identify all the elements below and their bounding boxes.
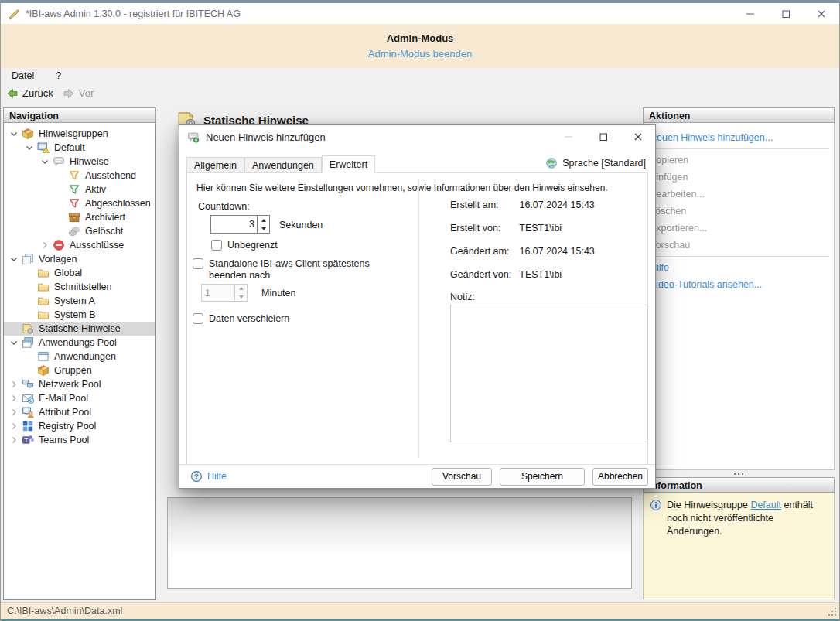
chevron-down-icon[interactable] (8, 336, 20, 349)
cancel-button[interactable]: Abbrechen (592, 468, 648, 486)
tab-allgemein[interactable]: Allgemein (186, 157, 244, 172)
chevron-right-icon[interactable] (39, 239, 51, 251)
panel-splitter[interactable] (643, 470, 835, 477)
minutes-unit-label: Minuten (261, 288, 295, 299)
tree-item-abgeschlossen[interactable]: Abgeschlossen (4, 196, 155, 210)
dialog-help-link[interactable]: Hilfe (190, 470, 227, 483)
dialog-footer: Hilfe Vorschau Speichern Abbrechen (179, 464, 655, 488)
language-selector[interactable]: Sprache [Standard] (545, 157, 646, 169)
tree-item-archiviert[interactable]: Archiviert (4, 210, 155, 224)
note-label: Notiz: (450, 292, 475, 302)
note-textarea[interactable] (450, 305, 648, 442)
action-help[interactable]: Hilfe (644, 259, 834, 276)
tree-item-hinweisgruppen[interactable]: Hinweisgruppen (4, 127, 155, 141)
forward-button[interactable]: Vor (63, 87, 94, 100)
separator (650, 148, 829, 149)
tree-item-anwendungs-pool[interactable]: Anwendungs Pool (4, 336, 155, 350)
application-pool-icon (22, 336, 34, 349)
maximize-button[interactable] (768, 3, 804, 24)
action-export: Exportieren... (644, 220, 834, 237)
tree-item-system-b[interactable]: System B (4, 308, 155, 322)
templates-icon (22, 253, 34, 265)
countdown-value[interactable]: 3 (211, 216, 257, 233)
tree-item-system-a[interactable]: System A (4, 294, 155, 308)
tree-indent (8, 322, 20, 335)
tree-indent (54, 183, 67, 196)
add-note-dialog: Neuen Hinweis hinzufügen Allgemein Anwen… (179, 124, 656, 489)
separator (650, 256, 829, 257)
tab-erweitert[interactable]: Erweitert (322, 155, 375, 173)
standalone-checkbox[interactable] (193, 258, 203, 269)
close-button[interactable] (804, 3, 839, 24)
chevron-right-icon[interactable] (8, 434, 20, 446)
email-pool-icon (22, 392, 34, 404)
minimize-button[interactable] (732, 3, 768, 24)
dialog-close-button[interactable] (620, 125, 655, 149)
chevron-right-icon[interactable] (8, 420, 20, 432)
spin-up-icon[interactable] (258, 216, 269, 224)
data-file-path: C:\IBI-aws\Admin\Data.xml (7, 606, 122, 616)
tab-anwendungen[interactable]: Anwendungen (244, 157, 322, 172)
tree-item-schnittstellen[interactable]: Schnittstellen (4, 280, 155, 294)
tree-item-default[interactable]: Default (4, 141, 155, 155)
tree-item-email-pool[interactable]: E-Mail Pool (4, 391, 155, 405)
tree-item-netzwerk-pool[interactable]: Netzwerk Pool (4, 377, 155, 391)
actions-header: Aktionen (643, 107, 835, 123)
notice-group-icon (22, 128, 34, 140)
chevron-down-icon[interactable] (39, 155, 51, 168)
action-add-note[interactable]: Neuen Hinweis hinzufügen... (644, 129, 834, 146)
window-controls (732, 3, 839, 24)
static-notes-list[interactable] (167, 497, 632, 589)
tree-item-hinweise[interactable]: Hinweise (4, 155, 155, 169)
tree-item-anwendungen[interactable]: Anwendungen (4, 350, 155, 363)
attribute-pool-icon (22, 406, 34, 418)
dialog-maximize-button[interactable] (586, 125, 620, 149)
column-divider (418, 179, 419, 458)
tab-description: Hier können Sie weitere Einstellungen vo… (196, 183, 608, 193)
action-copy: Kopieren (644, 152, 834, 169)
tree-item-vorlagen[interactable]: Vorlagen (4, 252, 155, 266)
tree-item-statische-hinweise[interactable]: Statische Hinweise (4, 322, 155, 336)
tree-item-gruppen[interactable]: Gruppen (4, 363, 155, 377)
chevron-down-icon[interactable] (8, 253, 20, 265)
action-video-tutorials[interactable]: Video-Tutorials ansehen... (644, 276, 834, 293)
tree-item-registry-pool[interactable]: Registry Pool (4, 419, 155, 433)
admin-mode-exit-link[interactable]: Admin-Modus beenden (1, 48, 839, 60)
toolbar: Zurück Vor (1, 84, 839, 103)
tree-item-aktiv[interactable]: Aktiv (4, 183, 155, 196)
chevron-right-icon[interactable] (8, 392, 20, 404)
chevron-right-icon[interactable] (8, 378, 20, 391)
tree-item-ausschluesse[interactable]: Ausschlüsse (4, 238, 155, 252)
tree-item-attribut-pool[interactable]: Attribut Pool (4, 405, 155, 419)
menu-help[interactable]: ? (56, 70, 61, 81)
tree-item-global[interactable]: Global (4, 266, 155, 280)
chevron-down-icon[interactable] (8, 128, 20, 140)
spin-down-icon[interactable] (258, 224, 269, 233)
resize-grip[interactable] (828, 608, 837, 616)
exclusion-icon (53, 239, 65, 251)
chevron-right-icon[interactable] (8, 406, 20, 418)
tree-item-ausstehend[interactable]: Ausstehend (4, 169, 155, 183)
globe-icon (545, 157, 558, 169)
tree-item-geloescht[interactable]: Gelöscht (4, 224, 155, 238)
menu-datei[interactable]: Datei (12, 70, 34, 81)
preview-button[interactable]: Vorschau (432, 468, 492, 486)
created-at-value: 16.07.2024 15:43 (519, 200, 594, 210)
info-icon (650, 499, 662, 511)
tree-indent (23, 267, 36, 279)
help-icon (190, 470, 203, 483)
information-header: Information (643, 477, 835, 493)
standalone-checkbox-row: Standalone IBI-aws Client spätestens bee… (193, 258, 375, 281)
countdown-spinner[interactable]: 3 (210, 215, 270, 234)
tree-item-teams-pool[interactable]: Teams Pool (4, 433, 155, 447)
chevron-down-icon[interactable] (23, 142, 36, 154)
navigation-tree: Hinweisgruppen Default Hinweise Ausstehe… (3, 123, 156, 600)
registry-pool-icon (22, 420, 34, 432)
save-button[interactable]: Speichern (500, 468, 585, 486)
speech-bubble-icon (53, 155, 65, 168)
tree-indent (54, 225, 67, 237)
default-group-link[interactable]: Default (750, 500, 781, 510)
unlimited-checkbox[interactable] (211, 240, 222, 251)
obfuscate-checkbox[interactable] (193, 313, 203, 324)
back-button[interactable]: Zurück (6, 87, 53, 100)
